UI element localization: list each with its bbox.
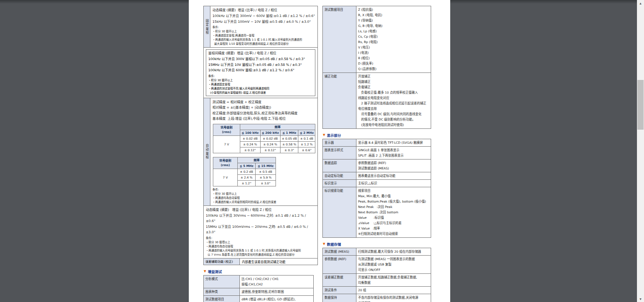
- inter-range-specs: 100kHz 以下并且 300V 量程以下:±0.05 dB / ±0.58 %…: [208, 56, 313, 73]
- row-label: 测试数据 (MEAS): [323, 248, 356, 256]
- table-row: 讯号级别 (rms) 频率: [213, 157, 276, 163]
- row-value: 20 组: [356, 287, 431, 294]
- signal-level-unit: (rms): [214, 163, 237, 167]
- col-header: ≦ 2 MHz: [298, 130, 315, 135]
- fixed-range-label: 固定量程: [204, 19, 210, 35]
- section-title: 增益测试: [208, 269, 222, 274]
- row-value: 参照数据追踪 (REF)测试数据追踪 (MEAS): [356, 159, 431, 172]
- table-row: 参照数据 (REF) 与测试数据 (MEAS) 一同图表显示的数据从测试数据或 …: [323, 256, 431, 274]
- value-cell: ± 0.1 dB: [298, 135, 315, 141]
- row-value: 显示器 8.4 英吋彩色 TFT-LCD (SVGA) 触摸屏: [356, 139, 431, 147]
- signal-level-label: 讯号级别: [214, 158, 237, 163]
- table-row: 辅正功能 开放辅正短路辅正负载辅正 负载校正值:最多 10 点的频率校正值输入线…: [323, 73, 431, 129]
- value-cell: ± 0.2 dB: [238, 169, 256, 174]
- row-value: 波德图,奈奎斯特图,尼柯尔斯图: [240, 288, 314, 295]
- col-header: ≦ 1 MHz: [281, 130, 298, 135]
- value-cell: ± 0.12°: [240, 147, 261, 153]
- row-value: 图表最适显示自动定标功能: [356, 172, 431, 180]
- row-value: 扫频测试数据,最大可保存 20 组在内部存储器: [356, 248, 431, 256]
- row-label: 分析模式: [204, 275, 240, 288]
- row-label: 数据追踪: [323, 159, 356, 172]
- signal-level-unit: (rms): [214, 130, 239, 134]
- table-row: 自动量程 测试精度 = 相对精度 + 校正精度相对精度 = ±(|基本精度| +…: [204, 98, 318, 205]
- row-value: 开放辅正短路辅正负载辅正 负载校正值:最多 10 点的频率校正值输入线路延长电阻…: [356, 73, 431, 129]
- value-cell: ± 0.05 dB: [281, 135, 298, 141]
- auto-range-formulas: 测试精度 = 相对精度 + 校正精度相对精度 = ±(|基本精度| + |动态精…: [212, 99, 315, 122]
- table-row: 标识显示 主标识,△标识: [323, 180, 431, 187]
- row-value: 搜索项目Max, Min:最大, 最小值Peak, Bottom:Peak (极…: [356, 187, 431, 238]
- section-header-display: ▼ 显示部分: [323, 133, 431, 138]
- frequency-accuracy-table-a: 讯号级别 (rms) 频率 ≦ 100 kHz ≦ 200 kHz ≦ 1 MH…: [213, 124, 315, 153]
- value-cell: ± 0.12°: [260, 147, 281, 153]
- value-cell: ± 2.4 %: [238, 174, 256, 180]
- data-storage-table: 测试数据 (MEAS) 扫频测试数据,最大可保存 20 组在内部存储器 参照数据…: [322, 248, 431, 302]
- table-row: 图表显示样式 SINGLE:画面 1 单张图表显示SPLIT :画面 2 上下两…: [323, 147, 431, 159]
- row-value: 主标识,△标识: [356, 180, 431, 187]
- table-row: 误差辅助功能 (校正) 内部產生误差自我测试辅正功能: [204, 258, 318, 265]
- table-row: 测试条件 20 组: [323, 287, 431, 294]
- section-title: 数据存储: [327, 242, 341, 246]
- table-row: 图表种类 波德图,奈奎斯特图,尼柯尔斯图: [204, 288, 314, 295]
- value-cell: ± 0.24 %: [240, 141, 261, 147]
- row-header: 7 V: [213, 135, 240, 153]
- row-value: SINGLE:画面 1 单张图表显示SPLIT :画面 2 上下两张图表显示: [356, 147, 431, 159]
- fixed-range-label-cell: 固定量程: [204, 6, 210, 48]
- signal-level-header: 讯号级别 (rms): [213, 157, 238, 169]
- scrollbar-thumb[interactable]: [637, 80, 644, 130]
- table-row: 误差辅正数据 开放辅正数据,短路辅正数据,负载辅正数据,均衡数据: [323, 274, 431, 287]
- row-label: 图表种类: [204, 288, 240, 295]
- table-row: 自动定标功能 图表最适显示自动定标功能: [323, 172, 431, 180]
- row-value: 比:CH1 / CH2,CH2 / CH1振幅:CH1,CH2: [240, 275, 314, 288]
- scroll-up-icon[interactable]: ▲: [637, 0, 644, 6]
- scroll-down-icon[interactable]: ▼: [637, 296, 644, 302]
- row-value: dBR (增益 dB),θ (相位), GD (群延迟),R (增益绝对值 / …: [240, 295, 314, 302]
- section-marker-icon: ▼: [323, 133, 325, 137]
- row-header: 7 V: [213, 169, 238, 186]
- conditions-title: 条件:: [212, 188, 315, 192]
- row-label: 标识显示: [323, 180, 356, 187]
- inter-range-cell: 量程间精度 (摘要) 增益 (比率) / 电阻 Z / 相位 100kHz 以下…: [204, 48, 318, 98]
- table-row: 显示器 显示器 8.4 英吋彩色 TFT-LCD (SVGA) 触摸屏: [323, 139, 431, 147]
- row-label: 标识搜索功能: [323, 187, 356, 238]
- auto-range-label-cell: 自动量程: [204, 98, 210, 205]
- display-table: 显示器 显示器 8.4 英吋彩色 TFT-LCD (SVGA) 触摸屏 图表显示…: [322, 139, 431, 238]
- conditions-list: ・積分 30 循環以上・两通道均為自动量程・两通道的输入讯号级别关係為 1:1 …: [206, 240, 315, 257]
- col-header: ≦ 200 kHz: [260, 130, 281, 135]
- table-row: 测试数据项目 dBR (增益 dB),θ (相位), GD (群延迟),R (增…: [204, 295, 314, 302]
- row-value: Z (阻抗值)R, X (电阻, 电抗)Y (导纳值)G, B (电导, 电纳)…: [356, 6, 431, 73]
- inter-range-title: 量程间精度 (摘要) 增益 (比率) / 电阻 Z / 相位: [208, 51, 313, 56]
- value-cell: ± 0.3°: [281, 147, 298, 153]
- table-row: 动态精度 (摘要) 增益 (比率) / 电阻 Z / 相位 100kHz 以下并…: [204, 205, 318, 258]
- conditions-title: 条件:: [212, 25, 315, 29]
- dynamic-accuracy-specs: 100kHz 以下并且 30Vrms ~ 600Vrms 之时: ±0.1 dB…: [206, 213, 315, 235]
- table-row: 分析模式 比:CH1 / CH2,CH2 / CH1振幅:CH1,CH2: [204, 275, 314, 288]
- value-cell: ± 1.2 %: [298, 141, 315, 147]
- signal-level-label: 讯号级别: [214, 125, 239, 130]
- error-correction-row: 误差辅助功能 (校正) 内部產生误差自我测试辅正功能: [204, 258, 318, 265]
- table-row: 标识搜索功能 搜索项目Max, Min:最大, 最小值Peak, Bottom:…: [323, 187, 431, 238]
- inter-range-box: 量程间精度 (摘要) 增益 (比率) / 电阻 Z / 相位 100kHz 以下…: [206, 49, 315, 96]
- row-label: 误差辅正数据: [323, 274, 356, 287]
- table-row: 7 V ± 0.02 dB ± 0.02 dB ± 0.05 dB ± 0.1 …: [213, 135, 315, 141]
- table-row: 固定量程 动态精度 (摘要) 增益 (比率) / 电阻 Z / 相位 100kH…: [204, 6, 318, 48]
- col-header: ≦ 15 MHz: [256, 163, 276, 169]
- dynamic-accuracy-title: 动态精度 (摘要) 增益 (比率) / 电阻 Z / 相位: [206, 207, 315, 213]
- value-cell: ± 0.6°: [298, 147, 315, 153]
- row-label: 显示器: [323, 139, 356, 147]
- conditions-list: ・积分 30 循环以上・两通道固定量程,两通道同一量程・两通道的输入讯号级别关係…: [212, 29, 315, 46]
- fixed-range-content: 动态精度 (摘要) 增益 (比率) / 电阻 Z / 相位 100kHz 以下并…: [210, 6, 318, 48]
- right-column: 测试数据项目 Z (阻抗值)R, X (电阻, 电抗)Y (导纳值)G, B (…: [322, 6, 431, 302]
- row-label: 误差辅助功能 (校正): [204, 259, 240, 265]
- left-column: 固定量程 动态精度 (摘要) 增益 (比率) / 电阻 Z / 相位 100kH…: [203, 6, 314, 302]
- row-label: 辅正功能: [323, 73, 356, 129]
- row-value: 不含内部存储没有保存的测试数据,关闭电源也可保持: [356, 294, 431, 302]
- vertical-scrollbar[interactable]: ▲ ▼: [637, 0, 644, 302]
- col-header: ≦ 100 kHz: [240, 130, 261, 135]
- section-marker-icon: ▼: [204, 270, 206, 273]
- row-value: 内部產生误差自我测试辅正功能: [240, 259, 317, 265]
- frequency-header: 频率: [238, 157, 276, 163]
- frequency-accuracy-table-b: 讯号级别 (rms) 频率 ≦ 5 MHz ≦ 15 MHz 7 V ± 0.2…: [213, 157, 276, 186]
- row-label: 测试条件: [323, 287, 356, 294]
- section-marker-icon: ▼: [323, 242, 325, 246]
- value-cell: ± 0.02 dB: [240, 135, 261, 141]
